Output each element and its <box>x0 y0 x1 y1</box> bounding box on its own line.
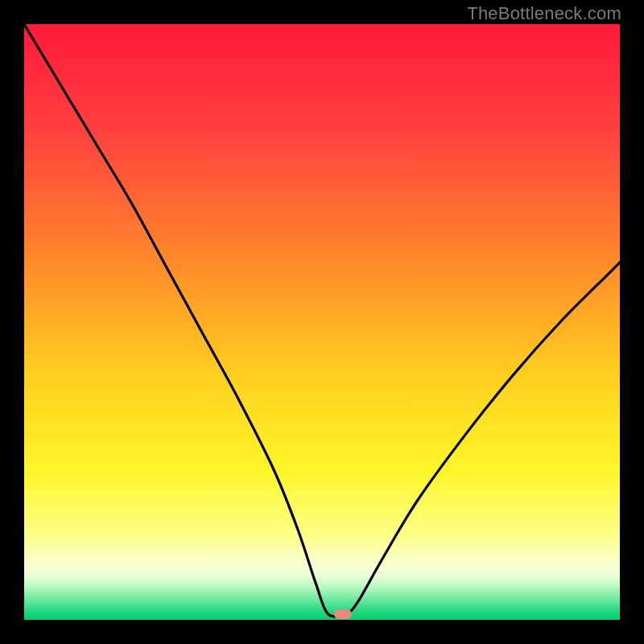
chart-frame: TheBottleneck.com <box>0 0 644 644</box>
watermark-text: TheBottleneck.com <box>467 3 621 24</box>
plot-area <box>24 24 620 620</box>
background-gradient <box>24 24 620 620</box>
